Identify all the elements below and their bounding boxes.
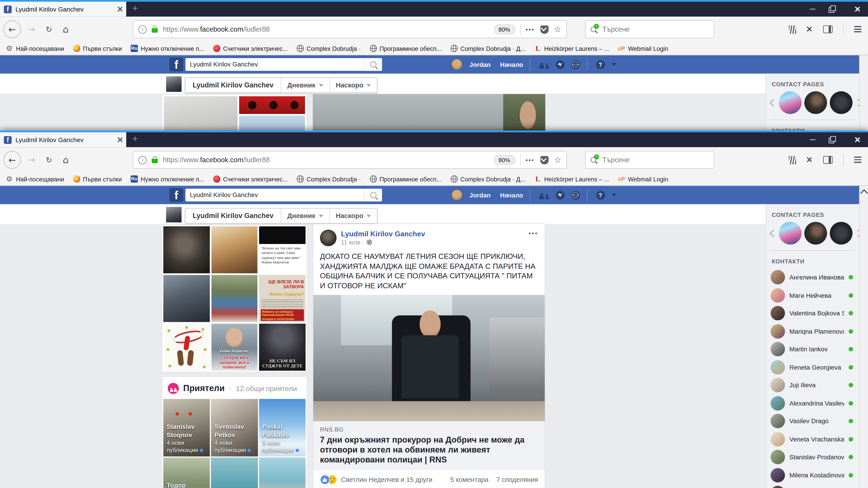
tab-facebook[interactable]: Lyudmil Kirilov Ganchev [0,2,126,17]
facebook-logo[interactable] [169,188,183,202]
link-attachment[interactable]: RNS.BG 7 дни окръжният прокурор на Добри… [313,421,545,470]
page-avatar[interactable] [779,91,802,114]
tab-timeline[interactable]: Дневник [281,78,329,92]
forward-button[interactable] [28,24,35,34]
notifications-globe-icon[interactable] [571,60,580,69]
contact-row[interactable]: Valentina Bojkova St... [771,304,855,322]
search-bar[interactable]: Търсене [585,21,714,38]
minimize-button[interactable] [802,132,824,147]
photo-newspaper[interactable]: ЩЕ ВЛЕЗЕ ЛИ В ЗАТВОРА Живко Суджука? Май… [259,275,306,322]
contact-row[interactable]: Mariqna Plamenova [771,322,855,340]
photo-tank[interactable] [164,96,238,131]
post-author-link[interactable]: Lyudmil Kirilov Ganchev [341,230,524,238]
new-tab-button[interactable] [126,2,144,17]
photo-borisov-meme[interactable]: Бойко Борисов: ...то куче ме е залаяло, … [211,324,258,371]
zoom-level-badge[interactable]: 80% [493,24,515,34]
facebook-search-button[interactable] [364,58,382,71]
back-button[interactable] [3,151,21,169]
contact-row[interactable]: Veneta Vrachanska [771,430,855,448]
scroll-up-icon[interactable] [860,189,868,197]
contact-row[interactable]: Veselin Gudev [771,484,855,488]
photo-borisov-dark[interactable]: НЕ СЪМ ЯЛ СУДЖУК ОТ ДЕТЕ [259,324,306,371]
contact-row[interactable]: Reneta Georgieva [771,358,855,377]
contact-row[interactable]: Milena Kostadinova ... [771,466,855,484]
profile-mini-avatar[interactable] [166,76,182,92]
bookmark-item[interactable]: Complex Dobrudja · [297,45,361,52]
tab-recent[interactable]: Наскоро [329,78,377,92]
bookmark-star-icon[interactable] [554,24,561,34]
close-button[interactable] [846,2,868,17]
facebook-logo[interactable] [169,58,183,71]
chevron-down-icon[interactable] [612,194,616,196]
chevron-left-icon[interactable] [770,229,777,237]
sidebars-icon[interactable] [823,26,833,33]
post-author-avatar[interactable] [320,230,337,246]
contact-row[interactable]: Stanislav Prodanov [771,448,855,466]
page-info-icon[interactable] [138,156,147,164]
url-bar[interactable]: https://www.facebook.com/ludler88 80% [133,151,567,169]
bookmark-item[interactable]: Complex Dobrudja · [297,175,361,183]
photo-martenitsa[interactable] [163,324,210,371]
page-actions-icon[interactable] [526,157,535,163]
bookmark-item[interactable]: Heizkörper Laurens – ... [534,45,609,52]
library-icon[interactable] [789,25,796,33]
page-info-icon[interactable] [138,25,147,33]
shares-count[interactable]: 7 споделяния [496,476,538,484]
contact-row[interactable]: Маги Нейчева [771,286,855,304]
page-scrollbar[interactable] [859,55,868,131]
bookmark-item[interactable]: Нужно отключение п... [131,175,204,183]
photo-quote-card[interactable]: "Всичко на тоя свят има начало и край. С… [259,226,306,273]
profile-name[interactable]: Lyudmil Kirilov Ganchev [185,212,281,220]
post-menu-icon[interactable] [529,230,538,246]
bookmark-star-icon[interactable] [554,155,561,165]
messenger-icon[interactable] [556,60,564,69]
tab-close-icon[interactable] [117,6,122,11]
nav-home-link[interactable]: Начало [500,61,523,68]
chevron-down-icon[interactable] [612,63,616,66]
photo-red-machines[interactable] [239,96,305,114]
page-avatar[interactable] [779,222,802,245]
sidebars-icon[interactable] [823,156,833,164]
bookmark-item[interactable]: Първи стъпки [73,45,122,52]
friend-tile[interactable]: Paskal Paskalev3 нови публикации [259,399,306,457]
extension-x-icon[interactable] [807,26,813,32]
bookmark-item[interactable]: Complex Dobrudja · Д... [450,45,525,52]
comments-count[interactable]: 5 коментара [450,476,489,484]
link-title[interactable]: 7 дни окръжният прокурор на Добрич не мо… [320,435,538,464]
friend-tile[interactable]: Koko Iordanov [211,457,258,488]
home-button[interactable] [63,24,69,35]
facebook-search-button[interactable] [364,189,382,201]
post-photo[interactable] [313,295,545,421]
contact-row[interactable]: Martin Iankov [771,340,855,358]
like-reaction-icon[interactable] [320,475,330,485]
facebook-search[interactable]: Lyudmil Kirilov Ganchev [185,189,382,201]
extension-x-icon[interactable] [807,157,813,163]
bookmark-item[interactable]: Най-посещавани [6,175,64,183]
friend-requests-icon[interactable] [539,61,549,68]
bookmark-item[interactable]: Webmail Login [618,175,668,183]
nav-profile-link[interactable]: Jordan [469,61,491,68]
friends-title[interactable]: Приятели [183,383,225,393]
pocket-icon[interactable] [540,25,548,33]
search-bar[interactable]: Търсене [585,151,714,169]
restore-button[interactable] [824,2,846,17]
photo-birdcage[interactable] [163,275,210,322]
menu-hamburger-icon[interactable] [854,26,862,33]
bookmark-item[interactable]: Най-посещавани [6,45,64,52]
help-icon[interactable] [596,191,604,199]
new-tab-button[interactable] [126,132,144,147]
reload-button[interactable] [46,25,52,34]
zoom-level-badge[interactable]: 80% [493,155,515,165]
photo-terrace-men[interactable] [211,275,258,322]
page-avatar[interactable] [804,222,827,245]
bookmark-item[interactable]: Счетчики электричес... [213,45,288,52]
friend-tile[interactable]: Traqn Plamenov [259,457,306,488]
page-avatar[interactable] [804,91,827,114]
menu-hamburger-icon[interactable] [854,157,862,163]
url-bar[interactable]: https://www.facebook.com/ludler88 80% [133,21,567,38]
page-avatar[interactable] [830,222,852,245]
bookmark-item[interactable]: Heizkörper Laurens – ... [534,175,609,183]
nav-profile-link[interactable]: Jordan [469,192,491,198]
page-scrollbar[interactable] [859,186,868,488]
tab-recent[interactable]: Наскоро [329,208,377,223]
